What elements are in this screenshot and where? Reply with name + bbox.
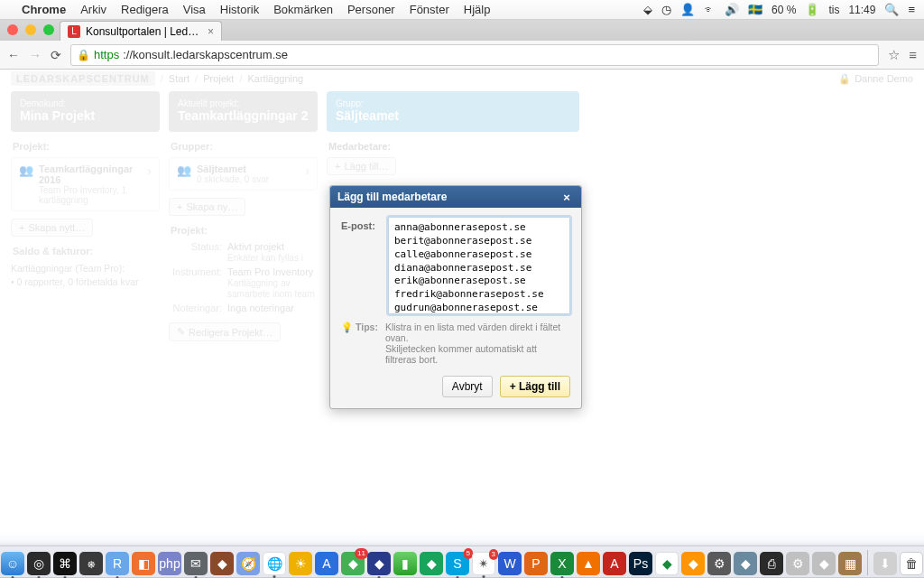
confirm-add-button[interactable]: + Lägg till [500,376,570,397]
address-bar[interactable]: 🔒 https ://konsult.ledarskapscentrum.se [70,44,879,66]
dock-safari-icon[interactable]: 🧭 [236,552,260,575]
dock-app-icon[interactable]: ⎈ [79,552,103,575]
back-button[interactable]: ← [7,48,20,62]
project-list-item[interactable]: 👥 Teamkartläggningar 2016 Team Pro Inven… [11,157,160,211]
create-group-button[interactable]: + Skapa ny… [169,198,245,216]
forward-button[interactable]: → [29,48,42,62]
menu-visa[interactable]: Visa [183,3,206,16]
reload-button[interactable]: ⟳ [51,48,61,62]
crumb-projekt[interactable]: Projekt [203,73,234,84]
dock-app-icon[interactable]: ◆ [367,552,391,575]
panel-subtitle: Aktuellt projekt: [178,98,309,108]
add-member-button[interactable]: + Lägg till… [327,157,396,175]
dock-downloads-icon[interactable]: ⬇ [873,552,897,575]
group-list-item[interactable]: 👥 Säljteamet 0 skickade, 0 svar › [169,157,318,191]
kv-instr-sub: Kartläggning av samarbete inom team [227,278,315,299]
modal-close-button[interactable]: × [559,190,574,204]
tab-close-icon[interactable]: × [208,25,214,38]
dock-acrobat-icon[interactable]: A [603,552,626,575]
dock-app-icon[interactable]: ☀ [289,552,312,575]
dock-photoshop-icon[interactable]: Ps [629,552,652,575]
dock-terminal-icon[interactable]: ⌘ [53,552,77,575]
dock-finder-icon[interactable]: ☺ [1,552,24,575]
dock-trash-icon[interactable]: 🗑 [900,552,923,575]
dock-chrome-icon[interactable]: 🌐 [263,552,286,575]
kv-instr-k: Instrument: [169,266,227,299]
window-close-button[interactable] [7,24,18,35]
dock-appstore-icon[interactable]: A [315,552,338,575]
dock-app-icon[interactable]: ◆ [812,552,836,575]
cancel-button[interactable]: Avbryt [442,376,493,397]
menubar-app[interactable]: Chrome [22,3,66,16]
logged-in-user[interactable]: Danne Demo [855,73,913,84]
dock-php-icon[interactable]: php [158,552,181,575]
window-zoom-button[interactable] [43,24,54,35]
modal-title: Lägg till medarbetare [337,191,447,203]
dock-facetime-icon[interactable]: ▮ [393,552,417,575]
timemachine-icon[interactable]: ◷ [661,3,671,16]
dock-app-icon[interactable]: ◆11 [341,552,365,575]
menubar-status-area: ⬙ ◷ 👤 ᯤ 🔊 🇸🇪 60 % 🔋 tis 11:49 🔍 ≡ [643,3,915,16]
crumb-start[interactable]: Start [169,73,189,84]
create-project-button[interactable]: + Skapa nytt… [11,219,93,237]
crumb-kartlaggning[interactable]: Kartläggning [247,73,303,84]
dock-skype-icon[interactable]: S5 [446,552,469,575]
email-textarea[interactable] [388,217,570,314]
user-icon[interactable]: 👤 [680,3,695,16]
panel-subtitle: Demokund: [20,98,151,108]
plus-icon: + [19,222,24,233]
tips-text-2: Skiljetecken kommer automatiskt att filt… [385,343,570,365]
dock-app-icon[interactable]: ◎ [27,552,51,575]
flag-icon[interactable]: 🇸🇪 [748,3,762,16]
dock-app-icon[interactable]: ◆ [734,552,757,575]
brand-badge[interactable]: LEDARSKAPSCENTRUM [11,71,155,86]
window-minimize-button[interactable] [25,24,36,35]
dock-app-icon[interactable]: ◆ [210,552,234,575]
browser-tab[interactable]: L Konsultportalen | Ledarsk... × [60,21,222,41]
dock-app-icon[interactable]: ⎙ [760,552,783,575]
column-mina-projekt: Demokund: Mina Projekt Projekt: 👥 Teamka… [11,91,160,341]
add-member-label: Lägg till… [344,161,388,172]
menu-arkiv[interactable]: Arkiv [80,3,106,16]
menu-redigera[interactable]: Redigera [121,3,169,16]
dock-app-icon[interactable]: ◧ [132,552,155,575]
edit-project-button[interactable]: ✎ Redigera Projekt… [169,322,281,341]
dock-app-icon[interactable]: ▦ [838,552,862,575]
volume-icon[interactable]: 🔊 [725,3,739,16]
menu-hjalp[interactable]: Hjälp [464,3,491,16]
dock-powerpoint-icon[interactable]: P [524,552,548,575]
lock-icon: 🔒 [838,73,851,85]
menu-fonster[interactable]: Fönster [410,3,449,16]
wifi-icon[interactable]: ᯤ [704,3,716,16]
notification-center-icon[interactable]: ≡ [908,3,915,16]
dock-excel-icon[interactable]: X [550,552,574,575]
dock-mail-icon[interactable]: ✉ [184,552,208,575]
dock-app-icon[interactable]: ◆ [681,552,705,575]
kv-status-k: Status: [169,241,227,263]
dock-app-icon[interactable]: ◆ [655,552,679,575]
modal-titlebar: Lägg till medarbetare × [330,186,581,208]
email-label: E-post: [341,217,381,314]
chrome-menu-icon[interactable]: ≡ [909,47,917,62]
dropbox-icon[interactable]: ⬙ [643,3,652,16]
people-icon: 👥 [19,163,33,177]
bookmark-star-icon[interactable]: ☆ [888,47,900,63]
menu-bokmarken[interactable]: Bokmärken [273,3,333,16]
dock-word-icon[interactable]: W [498,552,522,575]
lock-icon: 🔒 [77,49,90,61]
menu-personer[interactable]: Personer [347,3,395,16]
spotlight-icon[interactable]: 🔍 [884,3,899,16]
dock-slack-icon[interactable]: ✴3 [472,552,495,575]
project-title: Teamkartläggningar 2016 [39,163,142,185]
panel-header-aktuellt: Aktuellt projekt: Teamkartläggningar 20 [169,91,318,132]
dock-app-icon[interactable]: ◆ [420,552,443,575]
panel-title: Säljteamet [336,108,570,123]
add-member-modal: Lägg till medarbetare × E-post: 💡 Tips: … [329,185,582,409]
chrome-toolbar: ← → ⟳ 🔒 https ://konsult.ledarskapscentr… [0,41,924,70]
dock-vlc-icon[interactable]: ▲ [577,552,600,575]
menu-historik[interactable]: Historik [220,3,259,16]
battery-icon[interactable]: 🔋 [805,3,819,16]
dock-rstudio-icon[interactable]: R [106,552,129,575]
dock-app-icon[interactable]: ⚙ [707,552,731,575]
dock-systemprefs-icon[interactable]: ⚙ [786,552,809,575]
